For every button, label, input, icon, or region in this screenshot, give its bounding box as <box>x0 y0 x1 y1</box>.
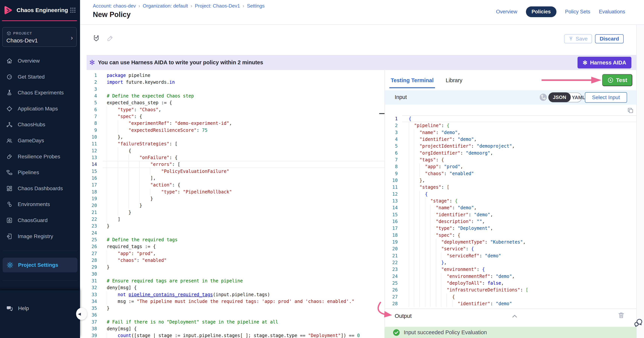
line-number: 38 <box>86 325 103 332</box>
breadcrumb-item[interactable]: Settings <box>247 3 264 9</box>
tab-policy-sets[interactable]: Policy Sets <box>565 9 590 15</box>
toggle-json[interactable]: JSON <box>548 92 571 102</box>
sidebar-item-pipelines[interactable]: Pipelines <box>0 165 80 180</box>
collapse-chevron-icon[interactable] <box>512 313 518 319</box>
line-number: 23 <box>385 266 402 273</box>
success-check-icon <box>393 329 400 336</box>
line-number: 25 <box>86 236 103 243</box>
line-number: 15 <box>385 211 402 218</box>
sidebar-item-label: Project Settings <box>18 262 58 268</box>
code-line-38: 38deny[msg] { <box>86 325 384 332</box>
line-number: 20 <box>385 245 402 252</box>
lock-icon <box>6 217 13 224</box>
code-line-11: 11 "failureStrategies": [ <box>86 140 384 147</box>
tab-evaluations[interactable]: Evaluations <box>599 9 625 15</box>
panel-resize-handle[interactable] <box>379 113 384 114</box>
code-line-2: 2import future.keywords.in <box>86 79 384 86</box>
harness-chaos-logo-icon <box>3 5 13 15</box>
line-number: 28 <box>385 300 402 307</box>
line-number: 19 <box>385 239 402 245</box>
line-number: 13 <box>385 198 402 204</box>
sidebar-item-overview[interactable]: Overview <box>0 53 80 69</box>
line-number: 4 <box>385 136 402 143</box>
line-number: 35 <box>86 305 103 312</box>
code-line-19: 19 "deploymentType": "Kubernetes", <box>385 239 636 245</box>
line-number: 9 <box>385 170 402 177</box>
input-json-editor[interactable]: 1{2 "pipeline": {3 "name": "demo",4 "ide… <box>385 105 636 308</box>
sidebar-item-project-settings[interactable]: Project Settings <box>3 258 78 272</box>
line-number: 28 <box>86 257 103 264</box>
home-icon <box>6 58 13 64</box>
line-number: 5 <box>86 99 103 106</box>
code-line-2: 2 "pipeline": { <box>385 122 636 129</box>
sidebar-item-chaosguard[interactable]: ChaosGuard <box>0 213 80 228</box>
help-label: Help <box>18 305 29 311</box>
app-grid-icon[interactable] <box>70 7 76 14</box>
select-input-button[interactable]: Select Input <box>585 92 627 103</box>
code-line-5: 5 "projectIdentifier": "demoproject", <box>385 143 636 150</box>
sidebar-item-environments[interactable]: Environments <box>0 197 80 212</box>
toggle-yaml[interactable]: YAML <box>571 95 586 101</box>
line-number: 21 <box>86 209 103 216</box>
get-started-icon <box>6 74 13 80</box>
breadcrumb-item[interactable]: Organization: default <box>143 3 188 9</box>
code-line-34: 34 msg := "The pipeline must include the… <box>86 298 384 305</box>
code-line-1: 1{ <box>385 115 636 122</box>
line-number: 32 <box>86 284 103 291</box>
discard-button[interactable]: Discard <box>595 34 624 43</box>
aida-banner-text: You can use Harness AIDA to write your p… <box>98 59 263 66</box>
sidebar-item-label: Overview <box>18 58 40 64</box>
line-number: 8 <box>86 120 103 127</box>
copy-icon[interactable] <box>627 107 634 114</box>
test-button[interactable]: Test <box>602 74 632 86</box>
code-line-31: 31# Ensure required tags are present in … <box>86 277 384 284</box>
save-button[interactable]: Save <box>564 34 592 43</box>
support-chat-icon[interactable] <box>634 318 643 328</box>
brand-row: Chaos Engineering <box>3 5 76 16</box>
code-line-12: 12 { <box>385 191 636 198</box>
edit-pencil-icon[interactable] <box>106 35 114 42</box>
output-label: Output <box>395 313 412 319</box>
breadcrumb-item[interactable]: Account: chaos-dev <box>93 3 136 9</box>
sidebar-item-image-registry[interactable]: Image Registry <box>0 229 80 244</box>
tab-testing-terminal[interactable]: Testing Terminal <box>391 77 434 84</box>
code-line-16: 16 ], <box>86 175 384 182</box>
code-line-8: 8 "experimentRef": "demo-experiment-id", <box>86 120 384 127</box>
harness-aida-button[interactable]: ✻ Harness AIDA <box>578 57 632 69</box>
code-line-16: 16 "description": "", <box>385 218 636 225</box>
line-number: 24 <box>86 230 103 236</box>
sidebar-item-label: Image Registry <box>18 233 53 239</box>
sidebar-item-chaoshubs[interactable]: ChaosHubs <box>0 117 80 132</box>
tab-library[interactable]: Library <box>446 77 462 84</box>
policy-check-icon[interactable] <box>93 35 100 42</box>
result-message: Input succeeded Policy Evaluation <box>404 329 487 335</box>
breadcrumb-item[interactable]: Project: Chaos-Dev1 <box>195 3 240 9</box>
line-number: 16 <box>385 218 402 225</box>
sidebar-item-get-started[interactable]: Get Started <box>0 69 80 85</box>
format-graph-icon[interactable] <box>539 93 548 102</box>
line-number: 36 <box>86 312 103 318</box>
tab-overview[interactable]: Overview <box>496 9 517 15</box>
sidebar-collapse-handle[interactable]: ◀ <box>76 308 87 320</box>
terminal-tabs: Testing TerminalLibrary <box>391 76 462 85</box>
trash-icon[interactable] <box>618 312 625 319</box>
project-selector[interactable]: PROJECT Chaos-Dev1 › <box>2 27 77 47</box>
tab-policies[interactable]: Policies <box>526 7 556 17</box>
sidebar-item-resilience-probes[interactable]: Resilience Probes <box>0 149 80 164</box>
line-number: 18 <box>86 188 103 195</box>
sidebar-item-label: ChaosHubs <box>18 122 45 128</box>
sidebar-item-chaos-dashboards[interactable]: Chaos Dashboards <box>0 181 80 196</box>
policy-code-editor[interactable]: 1package pipeline2import future.keywords… <box>86 70 384 338</box>
sidebar-item-application-maps[interactable]: Application Maps <box>0 101 80 116</box>
sidebar-item-label: Chaos Dashboards <box>18 185 63 192</box>
code-line-24: 24 "environmentRef": "demo", <box>385 273 636 280</box>
code-line-21: 21 } <box>86 209 384 216</box>
line-number: 11 <box>86 140 103 147</box>
help-button[interactable]: ? Help <box>0 301 80 316</box>
page-header: Account: chaos-dev›Organization: default… <box>80 0 644 25</box>
sidebar-item-chaos-experiments[interactable]: Chaos Experiments <box>0 85 80 100</box>
code-line-11: 11 "stages": [ <box>385 184 636 191</box>
line-number: 6 <box>385 150 402 156</box>
sidebar-item-gamedays[interactable]: GameDays <box>0 133 80 148</box>
code-line-6: 6 "orgIdentifier": "demoorg", <box>385 150 636 156</box>
